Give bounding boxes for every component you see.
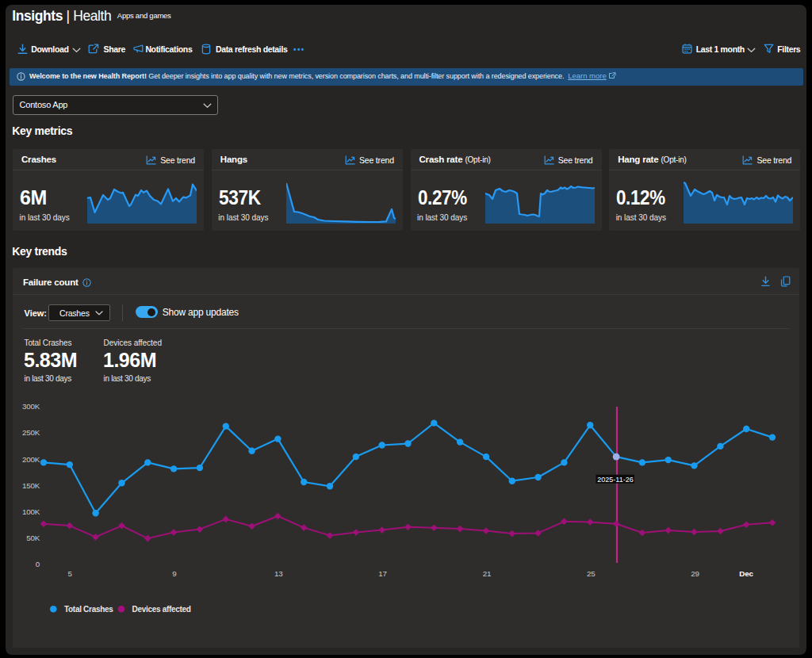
svg-text:Dec: Dec (739, 569, 753, 578)
svg-text:9: 9 (172, 569, 176, 578)
svg-text:17: 17 (378, 569, 387, 578)
svg-text:50K: 50K (26, 534, 40, 542)
svg-text:300K: 300K (22, 402, 40, 411)
svg-text:100K: 100K (22, 507, 40, 516)
svg-text:Devices affected: Devices affected (132, 605, 191, 614)
svg-text:200K: 200K (22, 455, 40, 464)
svg-text:2025-11-26: 2025-11-26 (597, 476, 633, 484)
svg-text:250K: 250K (22, 428, 40, 437)
svg-text:13: 13 (274, 569, 283, 578)
svg-text:0: 0 (36, 560, 40, 568)
svg-text:Total Crashes: Total Crashes (64, 605, 113, 614)
svg-text:150K: 150K (22, 481, 40, 490)
svg-text:5: 5 (67, 569, 72, 578)
svg-text:25: 25 (587, 569, 596, 578)
svg-text:29: 29 (691, 569, 699, 578)
svg-text:21: 21 (483, 569, 492, 578)
